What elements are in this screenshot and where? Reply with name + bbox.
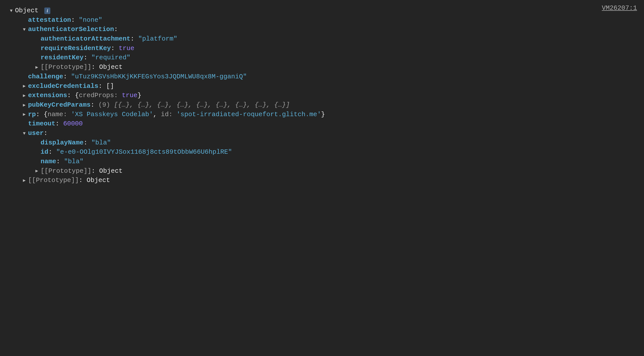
key-authenticatorSelection: authenticatorSelection xyxy=(28,25,114,34)
prop-authenticatorSelection[interactable]: ▼ authenticatorSelection: xyxy=(9,25,638,34)
key-prototype: [[Prototype]] xyxy=(41,166,91,176)
chevron-right-icon[interactable]: ▶ xyxy=(22,83,27,89)
prop-user-prototype[interactable]: ▶ [[Prototype]]: Object xyxy=(9,166,638,176)
prop-pubKeyCredParams[interactable]: ▶ pubKeyCredParams: (9) [{…}, {…}, {…}, … xyxy=(9,100,638,110)
prop-challenge[interactable]: ▶ challenge: "uTuz9KSVsHbKKjKKFEGsYos3JQ… xyxy=(9,72,638,82)
key-attestation: attestation xyxy=(28,16,71,25)
key-rp: rp xyxy=(28,110,36,119)
chevron-down-icon[interactable]: ▼ xyxy=(22,26,27,33)
key-authenticatorAttachment: authenticatorAttachment xyxy=(41,34,130,44)
value-displayName: "bla" xyxy=(91,138,111,148)
info-icon[interactable]: i xyxy=(44,8,50,14)
prop-extensions[interactable]: ▶ extensions: {credProps: true} xyxy=(9,91,638,100)
key-user-id: id xyxy=(41,147,48,157)
value-prototype: Object xyxy=(87,176,110,185)
prop-user-name[interactable]: ▶ name: "bla" xyxy=(9,157,638,166)
chevron-right-icon[interactable]: ▶ xyxy=(34,168,40,174)
key-prototype: [[Prototype]] xyxy=(41,63,91,72)
prop-residentKey[interactable]: ▶ residentKey: "required" xyxy=(9,53,638,63)
value-attestation: "none" xyxy=(79,16,102,25)
value-requireResidentKey: true xyxy=(119,44,134,53)
prop-authenticatorAttachment[interactable]: ▶ authenticatorAttachment: "platform" xyxy=(9,34,638,44)
prop-root-prototype[interactable]: ▶ [[Prototype]]: Object xyxy=(9,176,638,185)
key-user-name: name xyxy=(41,157,56,166)
value-authenticatorAttachment: "platform" xyxy=(138,34,177,44)
prop-attestation[interactable]: ▶ attestation: "none" xyxy=(9,16,638,25)
value-prototype: Object xyxy=(99,63,123,72)
key-user: user xyxy=(28,129,44,138)
key-residentKey: residentKey xyxy=(41,53,84,63)
console-output: VM26207:1 ▼ Object i ▶ attestation: "non… xyxy=(0,0,644,356)
value-timeout: 60000 xyxy=(63,119,83,129)
prop-authSel-prototype[interactable]: ▶ [[Prototype]]: Object xyxy=(9,63,638,72)
prop-user-displayName[interactable]: ▶ displayName: "bla" xyxy=(9,138,638,148)
object-label: Object xyxy=(15,6,39,16)
source-link[interactable]: VM26207:1 xyxy=(602,4,637,13)
key-requireResidentKey: requireResidentKey xyxy=(41,44,111,53)
prop-excludeCredentials[interactable]: ▶ excludeCredentials: [] xyxy=(9,82,638,91)
chevron-right-icon[interactable]: ▶ xyxy=(22,92,27,99)
chevron-down-icon[interactable]: ▼ xyxy=(9,8,14,14)
array-length: (9) xyxy=(98,100,114,110)
chevron-right-icon[interactable]: ▶ xyxy=(22,102,27,108)
key-pubKeyCredParams: pubKeyCredParams xyxy=(28,100,91,110)
prop-timeout[interactable]: ▶ timeout: 60000 xyxy=(9,119,638,129)
object-root-row[interactable]: ▼ Object i xyxy=(9,6,638,16)
value-excludeCredentials: [] xyxy=(106,82,114,91)
chevron-right-icon[interactable]: ▶ xyxy=(22,111,27,118)
value-user-name: "bla" xyxy=(64,157,84,166)
prop-user[interactable]: ▼ user: xyxy=(9,129,638,138)
chevron-right-icon[interactable]: ▶ xyxy=(34,64,40,71)
value-challenge: "uTuz9KSVsHbKKjKKFEGsYos3JQDMLWU8qx8M-gg… xyxy=(71,72,247,82)
key-extensions: extensions xyxy=(28,91,67,100)
key-timeout: timeout xyxy=(28,119,55,129)
prop-rp[interactable]: ▶ rp: {name: 'XS Passkeys Codelab', id: … xyxy=(9,110,638,119)
value-residentKey: "required" xyxy=(91,53,130,63)
key-challenge: challenge xyxy=(28,72,63,82)
key-prototype: [[Prototype]] xyxy=(28,176,79,185)
prop-requireResidentKey[interactable]: ▶ requireResidentKey: true xyxy=(9,44,638,53)
prop-user-id[interactable]: ▶ id: "e-e0-OOlg10IVYJSox1168j8cts89tObb… xyxy=(9,147,638,157)
chevron-right-icon[interactable]: ▶ xyxy=(22,177,27,184)
value-user-id: "e-e0-OOlg10IVYJSox1168j8cts89tObbW66U6h… xyxy=(56,147,232,157)
key-displayName: displayName xyxy=(41,138,84,148)
key-excludeCredentials: excludeCredentials xyxy=(28,82,98,91)
chevron-down-icon[interactable]: ▼ xyxy=(22,130,27,137)
value-pubKeyCredParams: [{…}, {…}, {…}, {…}, {…}, {…}, {…}, {…},… xyxy=(114,100,290,110)
value-prototype: Object xyxy=(99,166,123,176)
